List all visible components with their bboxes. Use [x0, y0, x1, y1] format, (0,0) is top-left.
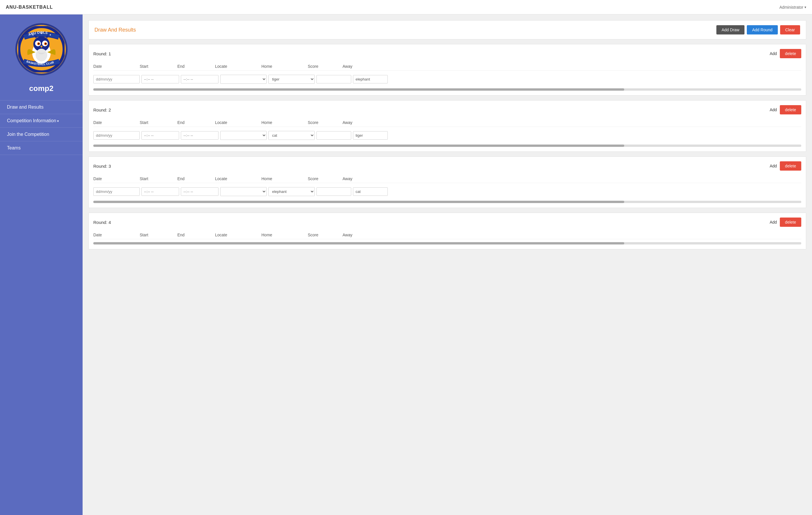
score-input[interactable]	[316, 75, 351, 84]
navbar: ANU-BASKETBALL Administrator	[0, 0, 812, 14]
round-title-3: Round: 3	[93, 164, 111, 169]
sidebar-nav: Draw and Results Competition Information…	[0, 100, 83, 155]
col-label-home: Home	[261, 233, 308, 237]
col-label-away: Away	[343, 120, 377, 125]
round-header-2: Round: 2Adddelete	[93, 105, 801, 114]
round-title-2: Round: 2	[93, 108, 111, 112]
svg-text:★: ★	[49, 34, 51, 36]
user-menu[interactable]: Administrator	[780, 5, 806, 9]
col-label-date: Date	[93, 64, 140, 69]
col-label-locate: Locate	[215, 64, 261, 69]
sidebar-link-draw-results[interactable]: Draw and Results	[0, 100, 83, 114]
clear-button[interactable]: Clear	[780, 25, 800, 34]
round-card-1: Round: 1AdddeleteDateStartEndLocateHomeS…	[88, 44, 806, 96]
table-row: cat	[93, 129, 801, 142]
round-add-link-1[interactable]: Add	[770, 51, 777, 56]
scroll-bar-thumb[interactable]	[93, 145, 624, 147]
col-label-score: Score	[308, 120, 343, 125]
col-label-home: Home	[261, 120, 308, 125]
col-label-end: End	[177, 233, 215, 237]
round-card-2: Round: 2AdddeleteDateStartEndLocateHomeS…	[88, 100, 806, 152]
round-card-4: Round: 4AdddeleteDateStartEndLocateHomeS…	[88, 213, 806, 249]
comp-name: comp2	[0, 81, 83, 100]
round-add-link-4[interactable]: Add	[770, 220, 777, 224]
score-input[interactable]	[316, 131, 351, 140]
sidebar-link-teams[interactable]: Teams	[0, 141, 83, 155]
sidebar-item-competition-info[interactable]: Competition Information	[0, 114, 83, 127]
sidebar-link-competition-info[interactable]: Competition Information	[0, 114, 83, 127]
away-input[interactable]	[353, 131, 388, 140]
header-buttons: Add Draw Add Round Clear	[716, 25, 800, 34]
home-select[interactable]: cat	[268, 131, 315, 140]
rounds-container: Round: 1AdddeleteDateStartEndLocateHomeS…	[88, 44, 806, 249]
club-logo: ★ ★ ★ ANU OWLS BASKETBALL CLUB	[16, 23, 67, 75]
scroll-bar-area	[93, 88, 801, 91]
round-actions-3: Adddelete	[770, 161, 801, 171]
col-label-locate: Locate	[215, 120, 261, 125]
col-label-start: Start	[140, 176, 177, 181]
scroll-bar-area	[93, 242, 801, 244]
away-input[interactable]	[353, 187, 388, 196]
navbar-brand: ANU-BASKETBALL	[6, 5, 53, 10]
round-actions-2: Adddelete	[770, 105, 801, 114]
sidebar-item-teams[interactable]: Teams	[0, 141, 83, 155]
date-input[interactable]	[93, 75, 140, 84]
svg-point-15	[36, 49, 47, 61]
start-time-input[interactable]	[141, 75, 179, 84]
round-delete-button-3[interactable]: delete	[780, 161, 801, 171]
page-header: Draw And Results Add Draw Add Round Clea…	[88, 20, 806, 39]
round-delete-button-4[interactable]: delete	[780, 217, 801, 227]
round-title-1: Round: 1	[93, 51, 111, 56]
start-time-input[interactable]	[141, 187, 179, 196]
svg-point-9	[45, 43, 47, 44]
svg-point-8	[38, 43, 39, 44]
page-title: Draw And Results	[94, 27, 136, 33]
col-label-date: Date	[93, 176, 140, 181]
round-col-header-3: DateStartEndLocateHomeScoreAway	[93, 175, 801, 183]
locate-select[interactable]	[220, 75, 267, 84]
scroll-bar-thumb[interactable]	[93, 88, 624, 91]
locate-select[interactable]	[220, 187, 267, 196]
col-label-end: End	[177, 120, 215, 125]
scroll-bar-thumb[interactable]	[93, 201, 624, 203]
sidebar-logo: ★ ★ ★ ANU OWLS BASKETBALL CLUB	[0, 14, 83, 81]
round-delete-button-2[interactable]: delete	[780, 105, 801, 114]
round-card-3: Round: 3AdddeleteDateStartEndLocateHomeS…	[88, 156, 806, 208]
date-input[interactable]	[93, 187, 140, 196]
score-input[interactable]	[316, 187, 351, 196]
add-round-button[interactable]: Add Round	[747, 25, 778, 34]
col-label-end: End	[177, 64, 215, 69]
scroll-bar-area	[93, 145, 801, 147]
scroll-bar-thumb[interactable]	[93, 242, 624, 244]
start-time-input[interactable]	[141, 131, 179, 140]
end-time-input[interactable]	[181, 75, 219, 84]
col-label-home: Home	[261, 64, 308, 69]
col-label-away: Away	[343, 176, 377, 181]
round-delete-button-1[interactable]: delete	[780, 49, 801, 58]
round-title-4: Round: 4	[93, 220, 111, 225]
home-select[interactable]: tiger	[268, 75, 315, 84]
round-add-link-3[interactable]: Add	[770, 164, 777, 168]
sidebar-item-draw-results[interactable]: Draw and Results	[0, 100, 83, 114]
col-label-home: Home	[261, 176, 308, 181]
round-header-1: Round: 1Adddelete	[93, 49, 801, 58]
round-header-3: Round: 3Adddelete	[93, 161, 801, 171]
col-label-date: Date	[93, 233, 140, 237]
end-time-input[interactable]	[181, 187, 219, 196]
round-actions-4: Adddelete	[770, 217, 801, 227]
home-select[interactable]: elephant	[268, 187, 315, 196]
round-add-link-2[interactable]: Add	[770, 108, 777, 112]
col-label-away: Away	[343, 64, 377, 69]
end-time-input[interactable]	[181, 131, 219, 140]
col-label-locate: Locate	[215, 176, 261, 181]
locate-select[interactable]	[220, 131, 267, 140]
sidebar-item-join-competition[interactable]: Join the Competition	[0, 127, 83, 141]
sidebar-link-join-competition[interactable]: Join the Competition	[0, 128, 83, 141]
col-label-start: Start	[140, 64, 177, 69]
add-draw-button[interactable]: Add Draw	[716, 25, 745, 34]
away-input[interactable]	[353, 75, 388, 84]
date-input[interactable]	[93, 131, 140, 140]
round-col-header-4: DateStartEndLocateHomeScoreAway	[93, 231, 801, 239]
col-label-locate: Locate	[215, 233, 261, 237]
col-label-score: Score	[308, 176, 343, 181]
